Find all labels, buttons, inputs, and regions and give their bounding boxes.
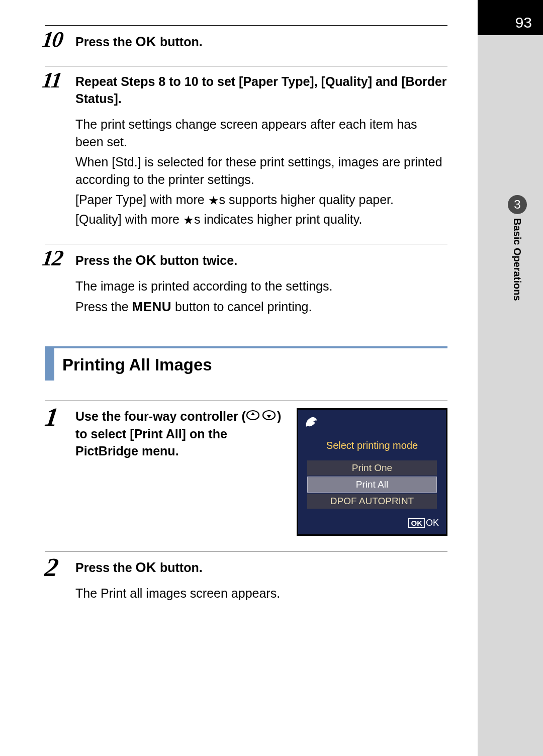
text: button. (156, 560, 203, 575)
content-area: 10 Press the OK button. 11 Repeat Steps … (0, 25, 478, 603)
ok-box-icon: OK (408, 518, 425, 528)
screen-menu-item: Print One (307, 460, 437, 476)
step-title: Press the OK button. (75, 33, 447, 51)
step-body-line: The image is printed according to the se… (75, 277, 447, 296)
section-heading-bar (45, 348, 54, 381)
step-body-line: The print settings change screen appears… (75, 116, 447, 151)
manual-page: 10 Press the OK button. 11 Repeat Steps … (0, 0, 478, 756)
text: Press the (75, 300, 132, 314)
screen-menu: Print One Print All DPOF AUTOPRINT (298, 460, 446, 513)
text: [Paper Type] with more (75, 193, 208, 207)
step-11: 11 Repeat Steps 8 to 10 to set [Paper Ty… (45, 66, 447, 229)
text: s indicates higher print quality. (194, 212, 362, 226)
step-title: Press the OK button twice. (75, 251, 447, 269)
camera-screen: Select printing mode Print One Print All… (297, 408, 447, 536)
pictbridge-icon (304, 416, 319, 429)
text: Press the (75, 253, 136, 267)
text: button. (156, 35, 203, 49)
step-title: Repeat Steps 8 to 10 to set [Paper Type]… (75, 73, 447, 108)
ok-text: OK (426, 518, 439, 528)
step-10: 10 Press the OK button. (45, 25, 447, 51)
screen-topbar (298, 415, 446, 435)
right-sidebar: 93 3 Basic Operations (478, 0, 543, 756)
step-number: 10 (41, 29, 72, 51)
step-title: Press the OK button. (75, 558, 447, 577)
ok-button-label: OK (136, 253, 157, 268)
step-number: 2 (43, 554, 75, 581)
text: Press the (75, 560, 136, 575)
step-body-line: [Quality] with more ★s indicates higher … (75, 211, 447, 229)
star-icon: ★ (183, 213, 194, 227)
text: button to cancel printing. (171, 300, 312, 314)
chapter-label: Basic Operations (511, 218, 523, 301)
chapter-tab: 3 Basic Operations (507, 195, 527, 316)
text: Press the (75, 35, 136, 49)
step-2: 2 Press the OK button. The Print all ima… (45, 551, 447, 603)
step-body-line: [Paper Type] with more ★s supports highe… (75, 191, 447, 209)
step-number: 12 (41, 247, 72, 269)
star-icon: ★ (208, 194, 219, 207)
screen-menu-item: DPOF AUTOPRINT (307, 494, 437, 509)
four-way-up-down-icon (246, 409, 277, 426)
step-1: 1 Use the four-way controller () to sele… (45, 401, 447, 536)
page-number: 93 (478, 0, 543, 35)
chapter-number: 3 (508, 195, 527, 214)
step-body-line: When [Std.] is selected for these print … (75, 153, 447, 189)
step-body-line: The Print all images screen appears. (75, 585, 447, 603)
step-title: Use the four-way controller () to select… (75, 408, 285, 460)
step-number: 1 (43, 404, 75, 430)
screen-header: Select printing mode (298, 440, 446, 451)
text: [Quality] with more (75, 212, 183, 226)
section-heading: Printing All Images (45, 346, 447, 381)
text: s supports higher quality paper. (219, 193, 394, 207)
ok-button-label: OK (136, 560, 157, 575)
screen-footer: OKOK (298, 513, 446, 532)
step-number: 11 (41, 69, 72, 91)
step-body-line: Press the MENU button to cancel printing… (75, 298, 447, 316)
text: button twice. (156, 253, 237, 267)
menu-button-label: MENU (132, 299, 172, 314)
ok-button-label: OK (136, 34, 157, 49)
text: Use the four-way controller ( (75, 409, 246, 423)
screen-menu-item-selected: Print All (307, 477, 437, 493)
step-12: 12 Press the OK button twice. The image … (45, 244, 447, 316)
section-heading-text: Printing All Images (54, 348, 212, 381)
